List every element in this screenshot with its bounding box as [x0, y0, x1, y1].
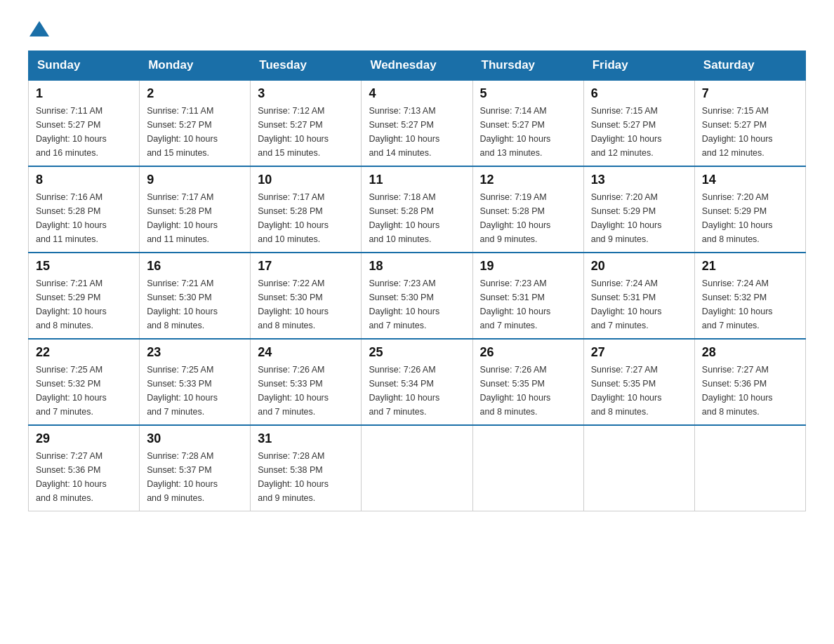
day-info: Sunrise: 7:23 AMSunset: 5:30 PMDaylight:… — [369, 279, 439, 330]
day-number: 12 — [480, 173, 576, 187]
day-number: 30 — [147, 431, 243, 446]
day-info: Sunrise: 7:23 AMSunset: 5:31 PMDaylight:… — [480, 279, 551, 330]
day-number: 7 — [702, 86, 798, 101]
day-info: Sunrise: 7:11 AMSunset: 5:27 PMDaylight:… — [147, 106, 218, 158]
day-info: Sunrise: 7:21 AMSunset: 5:29 PMDaylight:… — [36, 279, 107, 330]
day-number: 27 — [591, 345, 687, 360]
day-number: 25 — [369, 345, 465, 360]
weekday-header-sunday: Sunday — [29, 51, 140, 81]
day-number: 2 — [147, 86, 243, 101]
week-row-5: 29 Sunrise: 7:27 AMSunset: 5:36 PMDaylig… — [29, 425, 806, 511]
day-number: 26 — [480, 345, 576, 360]
calendar-cell: 28 Sunrise: 7:27 AMSunset: 5:36 PMDaylig… — [694, 339, 805, 425]
day-info: Sunrise: 7:26 AMSunset: 5:35 PMDaylight:… — [480, 365, 551, 417]
weekday-header-row: SundayMondayTuesdayWednesdayThursdayFrid… — [29, 51, 806, 81]
day-number: 17 — [258, 259, 354, 274]
day-number: 31 — [258, 431, 354, 446]
week-row-4: 22 Sunrise: 7:25 AMSunset: 5:32 PMDaylig… — [29, 339, 806, 425]
day-number: 20 — [591, 259, 687, 274]
day-number: 1 — [36, 86, 132, 101]
day-info: Sunrise: 7:19 AMSunset: 5:28 PMDaylight:… — [480, 192, 551, 244]
day-info: Sunrise: 7:21 AMSunset: 5:30 PMDaylight:… — [147, 279, 218, 330]
day-number: 3 — [258, 86, 354, 101]
day-info: Sunrise: 7:22 AMSunset: 5:30 PMDaylight:… — [258, 279, 329, 330]
day-info: Sunrise: 7:27 AMSunset: 5:36 PMDaylight:… — [702, 365, 773, 417]
weekday-header-wednesday: Wednesday — [362, 51, 472, 81]
day-number: 21 — [702, 259, 798, 274]
day-number: 19 — [480, 259, 576, 274]
day-info: Sunrise: 7:14 AMSunset: 5:27 PMDaylight:… — [480, 106, 551, 158]
calendar-cell: 18 Sunrise: 7:23 AMSunset: 5:30 PMDaylig… — [362, 253, 472, 339]
day-info: Sunrise: 7:13 AMSunset: 5:27 PMDaylight:… — [369, 106, 439, 158]
calendar-cell — [362, 425, 472, 511]
day-number: 16 — [147, 259, 243, 274]
day-number: 24 — [258, 345, 354, 360]
calendar-cell: 19 Sunrise: 7:23 AMSunset: 5:31 PMDaylig… — [472, 253, 583, 339]
day-info: Sunrise: 7:27 AMSunset: 5:35 PMDaylight:… — [591, 365, 662, 417]
calendar-cell — [583, 425, 694, 511]
calendar-cell: 16 Sunrise: 7:21 AMSunset: 5:30 PMDaylig… — [140, 253, 251, 339]
weekday-header-saturday: Saturday — [694, 51, 805, 81]
calendar-cell: 29 Sunrise: 7:27 AMSunset: 5:36 PMDaylig… — [29, 425, 140, 511]
calendar-cell: 5 Sunrise: 7:14 AMSunset: 5:27 PMDayligh… — [472, 80, 583, 166]
calendar-cell: 26 Sunrise: 7:26 AMSunset: 5:35 PMDaylig… — [472, 339, 583, 425]
day-info: Sunrise: 7:15 AMSunset: 5:27 PMDaylight:… — [702, 106, 773, 158]
day-number: 14 — [702, 173, 798, 187]
day-info: Sunrise: 7:26 AMSunset: 5:34 PMDaylight:… — [369, 365, 439, 417]
calendar-cell: 3 Sunrise: 7:12 AMSunset: 5:27 PMDayligh… — [251, 80, 362, 166]
calendar-cell: 22 Sunrise: 7:25 AMSunset: 5:32 PMDaylig… — [29, 339, 140, 425]
day-number: 9 — [147, 173, 243, 187]
calendar-cell: 7 Sunrise: 7:15 AMSunset: 5:27 PMDayligh… — [694, 80, 805, 166]
calendar-cell — [694, 425, 805, 511]
day-number: 11 — [369, 173, 465, 187]
day-number: 22 — [36, 345, 132, 360]
day-info: Sunrise: 7:12 AMSunset: 5:27 PMDaylight:… — [258, 106, 329, 158]
day-info: Sunrise: 7:20 AMSunset: 5:29 PMDaylight:… — [591, 192, 662, 244]
day-info: Sunrise: 7:27 AMSunset: 5:36 PMDaylight:… — [36, 451, 107, 503]
week-row-1: 1 Sunrise: 7:11 AMSunset: 5:27 PMDayligh… — [29, 80, 806, 166]
calendar-table: SundayMondayTuesdayWednesdayThursdayFrid… — [28, 51, 806, 511]
logo-area — [28, 21, 51, 36]
day-info: Sunrise: 7:24 AMSunset: 5:31 PMDaylight:… — [591, 279, 662, 330]
calendar-cell: 6 Sunrise: 7:15 AMSunset: 5:27 PMDayligh… — [583, 80, 694, 166]
day-number: 4 — [369, 86, 465, 101]
calendar-cell: 30 Sunrise: 7:28 AMSunset: 5:37 PMDaylig… — [140, 425, 251, 511]
day-info: Sunrise: 7:25 AMSunset: 5:33 PMDaylight:… — [147, 365, 218, 417]
calendar-cell: 17 Sunrise: 7:22 AMSunset: 5:30 PMDaylig… — [251, 253, 362, 339]
calendar-cell: 15 Sunrise: 7:21 AMSunset: 5:29 PMDaylig… — [29, 253, 140, 339]
calendar-cell: 9 Sunrise: 7:17 AMSunset: 5:28 PMDayligh… — [140, 166, 251, 253]
day-number: 5 — [480, 86, 576, 101]
day-info: Sunrise: 7:18 AMSunset: 5:28 PMDaylight:… — [369, 192, 439, 244]
day-number: 28 — [702, 345, 798, 360]
day-number: 15 — [36, 259, 132, 274]
weekday-header-thursday: Thursday — [472, 51, 583, 81]
day-info: Sunrise: 7:15 AMSunset: 5:27 PMDaylight:… — [591, 106, 662, 158]
calendar-cell: 2 Sunrise: 7:11 AMSunset: 5:27 PMDayligh… — [140, 80, 251, 166]
weekday-header-tuesday: Tuesday — [251, 51, 362, 81]
day-info: Sunrise: 7:16 AMSunset: 5:28 PMDaylight:… — [36, 192, 107, 244]
calendar-cell: 27 Sunrise: 7:27 AMSunset: 5:35 PMDaylig… — [583, 339, 694, 425]
weekday-header-friday: Friday — [583, 51, 694, 81]
calendar-cell: 31 Sunrise: 7:28 AMSunset: 5:38 PMDaylig… — [251, 425, 362, 511]
day-info: Sunrise: 7:28 AMSunset: 5:38 PMDaylight:… — [258, 451, 329, 503]
calendar-cell: 25 Sunrise: 7:26 AMSunset: 5:34 PMDaylig… — [362, 339, 472, 425]
day-number: 13 — [591, 173, 687, 187]
calendar-cell: 10 Sunrise: 7:17 AMSunset: 5:28 PMDaylig… — [251, 166, 362, 253]
day-number: 18 — [369, 259, 465, 274]
calendar-cell: 4 Sunrise: 7:13 AMSunset: 5:27 PMDayligh… — [362, 80, 472, 166]
day-info: Sunrise: 7:17 AMSunset: 5:28 PMDaylight:… — [258, 192, 329, 244]
calendar-cell: 11 Sunrise: 7:18 AMSunset: 5:28 PMDaylig… — [362, 166, 472, 253]
weekday-header-monday: Monday — [140, 51, 251, 81]
calendar-cell: 8 Sunrise: 7:16 AMSunset: 5:28 PMDayligh… — [29, 166, 140, 253]
day-number: 10 — [258, 173, 354, 187]
day-number: 23 — [147, 345, 243, 360]
calendar-cell: 24 Sunrise: 7:26 AMSunset: 5:33 PMDaylig… — [251, 339, 362, 425]
calendar-cell: 23 Sunrise: 7:25 AMSunset: 5:33 PMDaylig… — [140, 339, 251, 425]
day-info: Sunrise: 7:20 AMSunset: 5:29 PMDaylight:… — [702, 192, 773, 244]
week-row-3: 15 Sunrise: 7:21 AMSunset: 5:29 PMDaylig… — [29, 253, 806, 339]
day-info: Sunrise: 7:11 AMSunset: 5:27 PMDaylight:… — [36, 106, 107, 158]
day-number: 8 — [36, 173, 132, 187]
day-number: 6 — [591, 86, 687, 101]
calendar-cell — [472, 425, 583, 511]
calendar-cell: 1 Sunrise: 7:11 AMSunset: 5:27 PMDayligh… — [29, 80, 140, 166]
